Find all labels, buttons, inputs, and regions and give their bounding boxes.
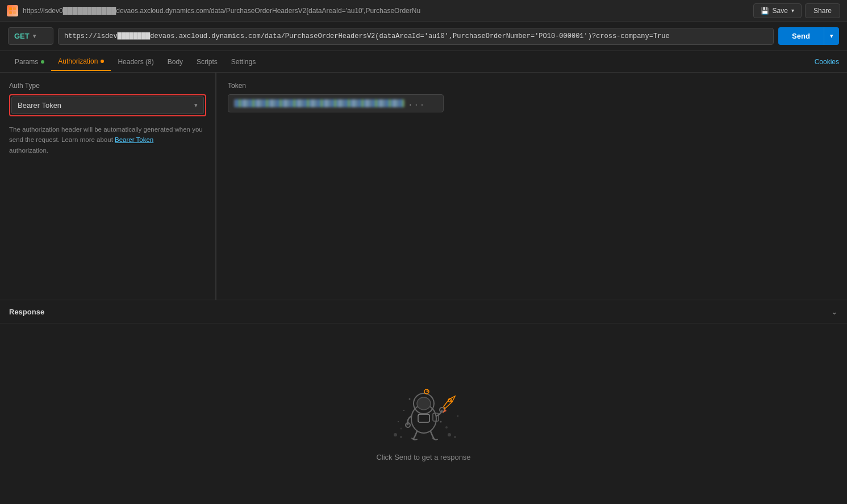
request-bar: GET ▾ Send ▾ — [0, 22, 847, 51]
svg-point-25 — [445, 426, 448, 429]
panels-row: Auth Type Bearer Token ▾ The authorizati… — [0, 73, 847, 300]
auth-type-select[interactable]: Bearer Token ▾ — [11, 96, 204, 114]
svg-point-20 — [440, 421, 441, 422]
authorization-dot — [101, 60, 104, 63]
token-dots: ... — [408, 99, 425, 108]
title-bar-actions: 💾 Save ▾ Share — [753, 3, 840, 18]
params-dot — [41, 60, 44, 64]
svg-rect-0 — [9, 7, 12, 10]
response-title: Response — [9, 308, 44, 316]
auth-type-chevron-icon: ▾ — [194, 102, 198, 109]
save-dropdown-icon: ▾ — [791, 7, 794, 14]
empty-response-text: Click Send to get a response — [376, 453, 470, 461]
content-wrapper: Auth Type Bearer Token ▾ The authorizati… — [0, 73, 847, 504]
response-section: Response ⌄ — [0, 300, 847, 504]
save-icon: 💾 — [761, 7, 769, 15]
send-arrow-icon: ▾ — [830, 32, 833, 40]
tabs-bar: Params Authorization Headers (8) Body Sc… — [0, 51, 847, 73]
svg-point-22 — [398, 421, 399, 422]
bearer-token-link[interactable]: Bearer Token — [115, 136, 153, 143]
title-bar: https://lsdev0███████████devaos.axcloud.… — [0, 0, 847, 22]
svg-point-7 — [454, 436, 456, 438]
svg-rect-3 — [13, 11, 16, 14]
svg-rect-1 — [13, 7, 16, 10]
send-dropdown-button[interactable]: ▾ — [824, 27, 839, 45]
svg-point-5 — [400, 436, 402, 438]
send-group: Send ▾ — [778, 27, 839, 45]
url-input-wrapper — [58, 28, 774, 45]
share-button[interactable]: Share — [805, 3, 840, 18]
svg-point-11 — [417, 397, 431, 410]
response-empty: Click Send to get a response — [0, 324, 847, 504]
method-chevron-icon: ▾ — [33, 33, 36, 39]
tab-settings[interactable]: Settings — [224, 53, 262, 70]
tab-headers[interactable]: Headers (8) — [111, 53, 160, 70]
svg-point-6 — [448, 433, 451, 436]
tab-authorization[interactable]: Authorization — [51, 53, 111, 71]
svg-point-24 — [400, 427, 402, 429]
method-select[interactable]: GET ▾ — [8, 27, 53, 45]
svg-point-21 — [457, 415, 458, 417]
svg-point-19 — [403, 410, 404, 411]
svg-point-18 — [408, 398, 410, 400]
auth-info-text: The authorization header will be automat… — [9, 124, 206, 156]
svg-rect-2 — [9, 11, 12, 14]
url-input[interactable] — [64, 32, 767, 40]
token-panel: Token ... — [216, 73, 847, 300]
tab-scripts[interactable]: Scripts — [190, 53, 224, 70]
tab-params[interactable]: Params — [8, 53, 51, 70]
cookies-link[interactable]: Cookies — [815, 58, 839, 66]
svg-point-4 — [394, 433, 397, 436]
save-button[interactable]: 💾 Save ▾ — [753, 3, 802, 18]
app-icon — [7, 5, 18, 16]
auth-panel: Auth Type Bearer Token ▾ The authorizati… — [0, 73, 216, 300]
response-chevron-icon: ⌄ — [831, 307, 838, 316]
tab-body[interactable]: Body — [161, 53, 190, 70]
svg-rect-9 — [418, 414, 429, 422]
svg-point-17 — [426, 390, 428, 392]
title-bar-url: https://lsdev0███████████devaos.axcloud.… — [23, 7, 749, 15]
svg-point-23 — [406, 423, 408, 426]
send-button[interactable]: Send — [778, 27, 824, 45]
astronaut-illustration — [384, 368, 464, 442]
token-value: ... — [228, 94, 444, 112]
token-blurred — [234, 99, 404, 107]
auth-type-label: Auth Type — [9, 82, 206, 90]
response-header[interactable]: Response ⌄ — [0, 300, 847, 324]
auth-type-select-wrapper: Bearer Token ▾ — [9, 94, 206, 116]
token-label: Token — [228, 82, 836, 90]
